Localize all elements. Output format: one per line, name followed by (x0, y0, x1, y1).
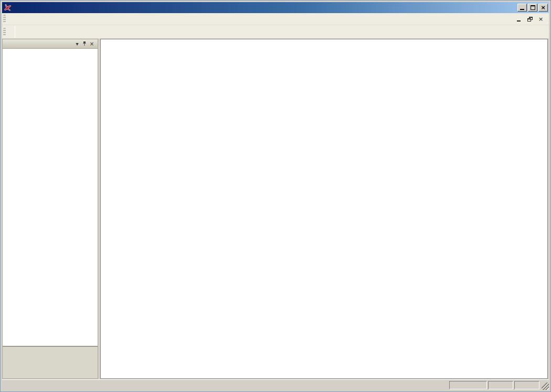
waterfall-canvas[interactable] (101, 39, 547, 379)
status-pane-1 (449, 381, 487, 389)
property-grid-empty-area (3, 49, 98, 346)
pin-icon (82, 41, 87, 46)
status-num-indicator (488, 381, 513, 389)
mdi-window-buttons: × (515, 16, 549, 23)
close-button[interactable]: × (538, 4, 548, 12)
maximize-button[interactable] (528, 4, 537, 12)
toolbar-overflow-button[interactable] (9, 26, 15, 38)
title-bar: × (2, 2, 549, 13)
spectrum-chart-area (100, 39, 548, 379)
mdi-close-button[interactable]: × (537, 16, 545, 23)
app-window: × × ▾ × (0, 0, 551, 392)
properties-panel: ▾ × (2, 39, 98, 379)
resize-grip[interactable] (542, 383, 549, 390)
property-description (3, 346, 98, 378)
menubar-grip[interactable] (3, 15, 6, 23)
mdi-restore-button[interactable] (526, 16, 534, 23)
panel-pin-button[interactable] (81, 41, 88, 47)
toolbar-grip[interactable] (3, 28, 6, 36)
toolbar (2, 25, 549, 39)
maximize-icon (531, 5, 535, 10)
menu-bar: × (2, 13, 549, 25)
mdi-minimize-button[interactable] (515, 16, 523, 23)
panel-close-button[interactable]: × (88, 41, 96, 47)
mdi-minimize-icon (517, 20, 521, 22)
status-pane-2 (514, 381, 539, 389)
minimize-icon (520, 9, 524, 10)
minimize-button[interactable] (517, 4, 527, 12)
panel-menu-button[interactable]: ▾ (73, 41, 81, 47)
close-icon: × (541, 5, 545, 10)
mdi-restore-icon (527, 17, 533, 22)
aircraft-app-icon (3, 4, 12, 12)
properties-panel-header: ▾ × (3, 39, 98, 49)
status-bar (2, 379, 549, 390)
